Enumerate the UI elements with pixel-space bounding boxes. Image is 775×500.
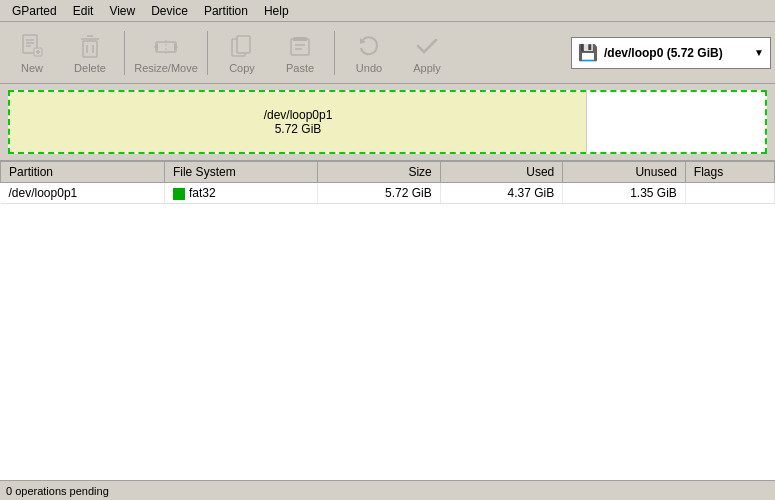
paste-label: Paste xyxy=(286,62,314,74)
table-row[interactable]: /dev/loop0p1 fat32 5.72 GiB 4.37 GiB 1.3… xyxy=(1,183,775,204)
toolbar: New Delete Resize/Move xyxy=(0,22,775,84)
cell-size: 5.72 GiB xyxy=(318,183,441,204)
toolbar-sep-1 xyxy=(124,31,125,75)
delete-icon xyxy=(76,32,104,60)
resize-move-icon xyxy=(152,32,180,60)
partition-size: 5.72 GiB xyxy=(275,122,322,136)
copy-button[interactable]: Copy xyxy=(214,25,270,81)
svg-rect-17 xyxy=(237,36,250,53)
col-used[interactable]: Used xyxy=(440,162,563,183)
apply-button[interactable]: Apply xyxy=(399,25,455,81)
undo-icon xyxy=(355,32,383,60)
paste-button[interactable]: Paste xyxy=(272,25,328,81)
svg-rect-12 xyxy=(156,42,176,52)
partition-table: Partition File System Size Used Unused F… xyxy=(0,161,775,204)
toolbar-sep-2 xyxy=(207,31,208,75)
col-flags[interactable]: Flags xyxy=(685,162,774,183)
svg-rect-7 xyxy=(83,41,97,57)
menu-gparted[interactable]: GParted xyxy=(4,2,65,20)
apply-label: Apply xyxy=(413,62,441,74)
partition-visual-container: /dev/loop0p1 5.72 GiB xyxy=(0,84,775,160)
col-filesystem[interactable]: File System xyxy=(164,162,317,183)
cell-flags xyxy=(685,183,774,204)
paste-icon xyxy=(286,32,314,60)
copy-icon xyxy=(228,32,256,60)
table-area: Partition File System Size Used Unused F… xyxy=(0,160,775,480)
new-button[interactable]: New xyxy=(4,25,60,81)
resize-move-label: Resize/Move xyxy=(134,62,198,74)
undo-label: Undo xyxy=(356,62,382,74)
apply-icon xyxy=(413,32,441,60)
col-partition[interactable]: Partition xyxy=(1,162,165,183)
partition-visual: /dev/loop0p1 5.72 GiB xyxy=(8,90,767,154)
menu-edit[interactable]: Edit xyxy=(65,2,102,20)
svg-rect-19 xyxy=(291,39,309,55)
cell-partition: /dev/loop0p1 xyxy=(1,183,165,204)
menubar: GParted Edit View Device Partition Help xyxy=(0,0,775,22)
cell-unused: 1.35 GiB xyxy=(563,183,686,204)
copy-label: Copy xyxy=(229,62,255,74)
fs-color-icon xyxy=(173,188,185,200)
col-size[interactable]: Size xyxy=(318,162,441,183)
resize-move-button[interactable]: Resize/Move xyxy=(131,25,201,81)
partition-name: /dev/loop0p1 xyxy=(264,108,333,122)
new-icon xyxy=(18,32,46,60)
menu-device[interactable]: Device xyxy=(143,2,196,20)
cell-filesystem: fat32 xyxy=(164,183,317,204)
delete-button[interactable]: Delete xyxy=(62,25,118,81)
device-selector[interactable]: 💾 /dev/loop0 (5.72 GiB) ▼ xyxy=(571,37,771,69)
menu-view[interactable]: View xyxy=(101,2,143,20)
new-label: New xyxy=(21,62,43,74)
delete-label: Delete xyxy=(74,62,106,74)
statusbar: 0 operations pending xyxy=(0,480,775,500)
partition-used-block[interactable]: /dev/loop0p1 5.72 GiB xyxy=(10,92,587,152)
cell-used: 4.37 GiB xyxy=(440,183,563,204)
undo-button[interactable]: Undo xyxy=(341,25,397,81)
status-text: 0 operations pending xyxy=(6,485,109,497)
device-icon: 💾 xyxy=(578,43,598,62)
device-label: /dev/loop0 (5.72 GiB) xyxy=(604,46,750,60)
col-unused[interactable]: Unused xyxy=(563,162,686,183)
chevron-down-icon: ▼ xyxy=(754,47,764,58)
partition-unused-block xyxy=(587,92,765,152)
menu-partition[interactable]: Partition xyxy=(196,2,256,20)
menu-help[interactable]: Help xyxy=(256,2,297,20)
toolbar-sep-3 xyxy=(334,31,335,75)
table-header-row: Partition File System Size Used Unused F… xyxy=(1,162,775,183)
